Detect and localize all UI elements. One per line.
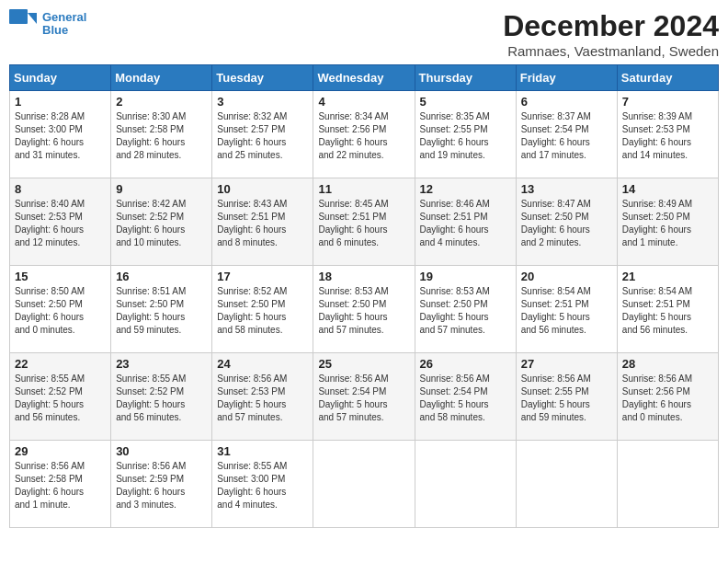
day-number: 3 (217, 95, 308, 109)
day-cell: 10Sunrise: 8:43 AM Sunset: 2:51 PM Dayli… (212, 178, 313, 266)
day-number: 13 (521, 182, 612, 196)
day-cell: 30Sunrise: 8:56 AM Sunset: 2:59 PM Dayli… (111, 441, 212, 528)
day-info: Sunrise: 8:54 AM Sunset: 2:51 PM Dayligh… (521, 285, 612, 337)
day-number: 25 (318, 357, 409, 371)
day-info: Sunrise: 8:49 AM Sunset: 2:50 PM Dayligh… (622, 198, 713, 249)
day-cell: 27Sunrise: 8:56 AM Sunset: 2:55 PM Dayli… (516, 353, 617, 441)
main-title: December 2024 (503, 9, 719, 43)
day-number: 10 (217, 182, 308, 196)
day-number: 8 (15, 182, 106, 196)
day-info: Sunrise: 8:30 AM Sunset: 2:58 PM Dayligh… (116, 110, 207, 162)
day-info: Sunrise: 8:37 AM Sunset: 2:54 PM Dayligh… (521, 110, 612, 162)
day-number: 6 (521, 95, 612, 109)
logo-line1: General (42, 11, 86, 24)
day-number: 19 (420, 270, 511, 283)
day-info: Sunrise: 8:32 AM Sunset: 2:57 PM Dayligh… (217, 110, 308, 162)
day-info: Sunrise: 8:45 AM Sunset: 2:51 PM Dayligh… (318, 198, 409, 249)
day-cell: 6Sunrise: 8:37 AM Sunset: 2:54 PM Daylig… (516, 91, 617, 178)
header: General Blue December 2024 Ramnaes, Vaes… (9, 9, 719, 59)
day-info: Sunrise: 8:54 AM Sunset: 2:51 PM Dayligh… (622, 285, 713, 337)
day-cell: 17Sunrise: 8:52 AM Sunset: 2:50 PM Dayli… (212, 266, 313, 353)
day-number: 5 (420, 95, 511, 109)
weekday-header-row: SundayMondayTuesdayWednesdayThursdayFrid… (10, 65, 719, 91)
day-cell: 11Sunrise: 8:45 AM Sunset: 2:51 PM Dayli… (313, 178, 415, 266)
logo: General Blue (9, 9, 86, 39)
day-cell: 18Sunrise: 8:53 AM Sunset: 2:50 PM Dayli… (313, 266, 415, 353)
logo-svg (9, 9, 39, 39)
day-number: 18 (318, 270, 409, 283)
day-cell (415, 441, 516, 528)
day-cell: 3Sunrise: 8:32 AM Sunset: 2:57 PM Daylig… (212, 91, 313, 178)
day-info: Sunrise: 8:56 AM Sunset: 2:59 PM Dayligh… (116, 460, 207, 511)
day-info: Sunrise: 8:56 AM Sunset: 2:56 PM Dayligh… (622, 373, 713, 424)
day-cell: 22Sunrise: 8:55 AM Sunset: 2:52 PM Dayli… (10, 353, 111, 441)
day-cell: 19Sunrise: 8:53 AM Sunset: 2:50 PM Dayli… (415, 266, 516, 353)
day-info: Sunrise: 8:28 AM Sunset: 3:00 PM Dayligh… (15, 110, 106, 162)
week-row-2: 8Sunrise: 8:40 AM Sunset: 2:53 PM Daylig… (10, 178, 719, 266)
day-info: Sunrise: 8:55 AM Sunset: 3:00 PM Dayligh… (217, 460, 308, 511)
day-cell: 21Sunrise: 8:54 AM Sunset: 2:51 PM Dayli… (617, 266, 718, 353)
day-cell: 13Sunrise: 8:47 AM Sunset: 2:50 PM Dayli… (516, 178, 617, 266)
day-number: 4 (318, 95, 409, 109)
day-info: Sunrise: 8:43 AM Sunset: 2:51 PM Dayligh… (217, 198, 308, 249)
day-number: 29 (15, 444, 106, 458)
day-cell: 12Sunrise: 8:46 AM Sunset: 2:51 PM Dayli… (415, 178, 516, 266)
day-number: 7 (622, 95, 713, 109)
day-info: Sunrise: 8:53 AM Sunset: 2:50 PM Dayligh… (318, 285, 409, 337)
day-number: 27 (521, 357, 612, 371)
week-row-5: 29Sunrise: 8:56 AM Sunset: 2:58 PM Dayli… (10, 441, 719, 528)
day-number: 26 (420, 357, 511, 371)
week-row-4: 22Sunrise: 8:55 AM Sunset: 2:52 PM Dayli… (10, 353, 719, 441)
day-cell: 15Sunrise: 8:50 AM Sunset: 2:50 PM Dayli… (10, 266, 111, 353)
day-info: Sunrise: 8:55 AM Sunset: 2:52 PM Dayligh… (15, 373, 106, 424)
weekday-friday: Friday (516, 65, 617, 91)
day-cell: 20Sunrise: 8:54 AM Sunset: 2:51 PM Dayli… (516, 266, 617, 353)
day-number: 2 (116, 95, 207, 109)
day-cell: 2Sunrise: 8:30 AM Sunset: 2:58 PM Daylig… (111, 91, 212, 178)
day-info: Sunrise: 8:56 AM Sunset: 2:54 PM Dayligh… (420, 373, 511, 424)
day-info: Sunrise: 8:56 AM Sunset: 2:53 PM Dayligh… (217, 373, 308, 424)
day-number: 14 (622, 182, 713, 196)
day-info: Sunrise: 8:52 AM Sunset: 2:50 PM Dayligh… (217, 285, 308, 337)
weekday-tuesday: Tuesday (212, 65, 313, 91)
day-cell: 4Sunrise: 8:34 AM Sunset: 2:56 PM Daylig… (313, 91, 415, 178)
day-number: 28 (622, 357, 713, 371)
day-number: 31 (217, 444, 308, 458)
day-cell: 9Sunrise: 8:42 AM Sunset: 2:52 PM Daylig… (111, 178, 212, 266)
day-number: 23 (116, 357, 207, 371)
day-cell (516, 441, 617, 528)
day-number: 17 (217, 270, 308, 283)
day-info: Sunrise: 8:56 AM Sunset: 2:58 PM Dayligh… (15, 460, 106, 511)
day-number: 16 (116, 270, 207, 283)
svg-rect-1 (9, 9, 28, 24)
day-cell: 28Sunrise: 8:56 AM Sunset: 2:56 PM Dayli… (617, 353, 718, 441)
day-cell: 29Sunrise: 8:56 AM Sunset: 2:58 PM Dayli… (10, 441, 111, 528)
weekday-saturday: Saturday (617, 65, 718, 91)
day-number: 24 (217, 357, 308, 371)
day-cell: 16Sunrise: 8:51 AM Sunset: 2:50 PM Dayli… (111, 266, 212, 353)
day-number: 22 (15, 357, 106, 371)
day-info: Sunrise: 8:50 AM Sunset: 2:50 PM Dayligh… (15, 285, 106, 337)
day-info: Sunrise: 8:35 AM Sunset: 2:55 PM Dayligh… (420, 110, 511, 162)
day-cell (313, 441, 415, 528)
day-cell: 7Sunrise: 8:39 AM Sunset: 2:53 PM Daylig… (617, 91, 718, 178)
day-cell: 5Sunrise: 8:35 AM Sunset: 2:55 PM Daylig… (415, 91, 516, 178)
day-info: Sunrise: 8:34 AM Sunset: 2:56 PM Dayligh… (318, 110, 409, 162)
week-row-3: 15Sunrise: 8:50 AM Sunset: 2:50 PM Dayli… (10, 266, 719, 353)
logo-line2: Blue (42, 24, 86, 37)
calendar-table: SundayMondayTuesdayWednesdayThursdayFrid… (9, 64, 719, 528)
day-info: Sunrise: 8:55 AM Sunset: 2:52 PM Dayligh… (116, 373, 207, 424)
subtitle: Ramnaes, Vaestmanland, Sweden (503, 43, 719, 59)
day-info: Sunrise: 8:46 AM Sunset: 2:51 PM Dayligh… (420, 198, 511, 249)
day-cell: 23Sunrise: 8:55 AM Sunset: 2:52 PM Dayli… (111, 353, 212, 441)
day-cell (617, 441, 718, 528)
day-number: 9 (116, 182, 207, 196)
day-number: 20 (521, 270, 612, 283)
day-cell: 1Sunrise: 8:28 AM Sunset: 3:00 PM Daylig… (10, 91, 111, 178)
weekday-monday: Monday (111, 65, 212, 91)
day-number: 1 (15, 95, 106, 109)
day-info: Sunrise: 8:53 AM Sunset: 2:50 PM Dayligh… (420, 285, 511, 337)
day-cell: 26Sunrise: 8:56 AM Sunset: 2:54 PM Dayli… (415, 353, 516, 441)
svg-marker-0 (28, 13, 37, 24)
weekday-thursday: Thursday (415, 65, 516, 91)
